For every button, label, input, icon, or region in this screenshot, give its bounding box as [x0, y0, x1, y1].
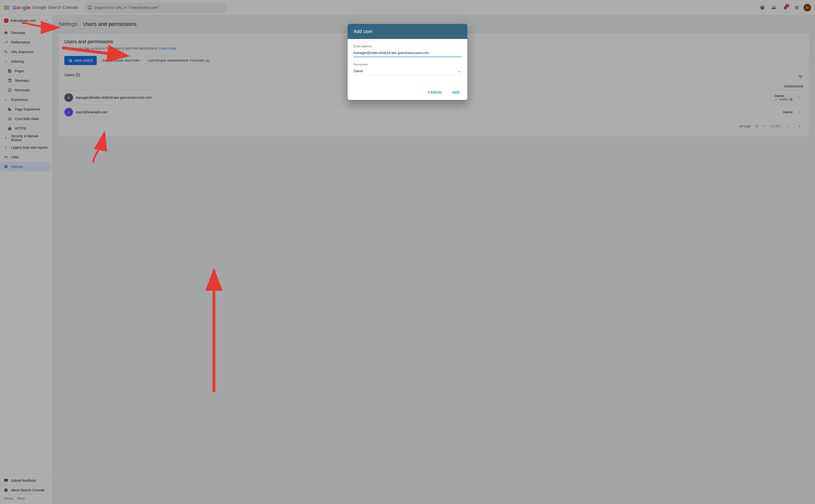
- email-input[interactable]: [353, 50, 462, 57]
- dialog-actions: CANCEL ADD: [348, 87, 467, 100]
- dialog-title-bar: Add user: [348, 24, 467, 39]
- dialog-body: Email address Permission Owner Full Rest…: [348, 39, 467, 87]
- permission-field-group: Permission Owner Full Restricted: [353, 63, 462, 75]
- dialog-add-button[interactable]: ADD: [448, 88, 463, 96]
- add-user-dialog: Add user Email address Permission Owner …: [348, 24, 467, 100]
- permission-select-wrapper: Owner Full Restricted: [353, 68, 462, 75]
- permission-field-label: Permission: [353, 63, 462, 66]
- email-field-label: Email address: [353, 45, 462, 48]
- email-field-group: Email address: [353, 45, 462, 57]
- dialog-title: Add user: [353, 29, 462, 34]
- modal-overlay: Add user Email address Permission Owner …: [0, 0, 815, 504]
- permission-select[interactable]: Owner Full Restricted: [353, 68, 462, 75]
- cancel-button[interactable]: CANCEL: [424, 88, 446, 96]
